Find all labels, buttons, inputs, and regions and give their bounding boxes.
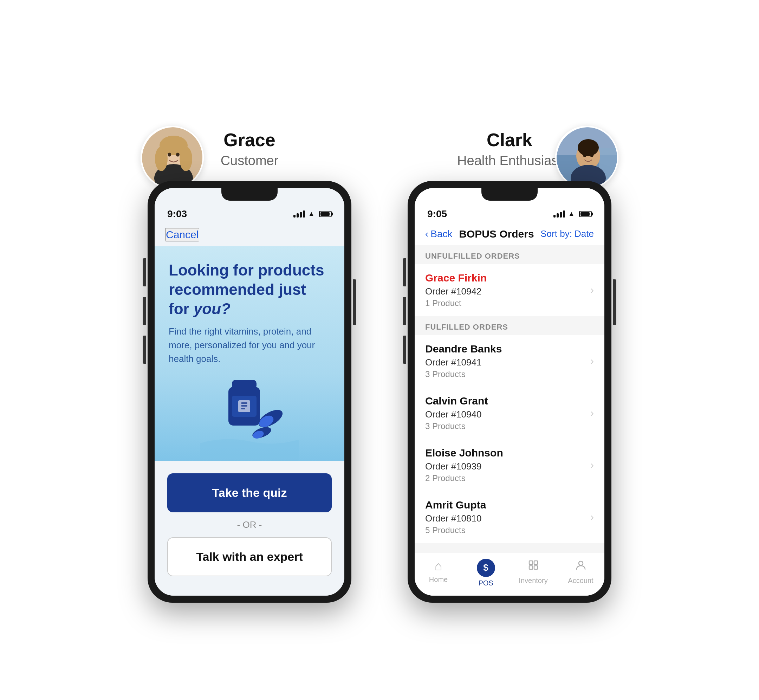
tab-home-label: Home (429, 576, 448, 584)
clark-header: Clark Health Enthusiast (408, 126, 611, 168)
tab-bar: ⌂ Home $ POS (415, 553, 604, 595)
svg-point-23 (578, 139, 599, 156)
order-number: Order #10941 (425, 357, 502, 368)
back-button[interactable]: ‹ Back (425, 228, 453, 240)
order-number: Order #10940 (425, 409, 488, 420)
clark-nav-bar: ‹ Back BOPUS Orders Sort by: Date (415, 223, 604, 245)
clark-signal-icon (553, 211, 565, 217)
grace-phone-inner: 9:03 ▲ (155, 188, 344, 595)
order-customer-name: Eloise Johnson (425, 447, 503, 459)
svg-rect-29 (529, 566, 533, 569)
svg-point-26 (590, 153, 593, 157)
order-customer-name: Grace Firkin (425, 272, 487, 284)
order-info: Amrit Gupta Order #10810 5 Products (425, 499, 486, 535)
order-item[interactable]: Amrit Gupta Order #10810 5 Products › (415, 491, 604, 543)
order-item[interactable]: Deandre Banks Order #10941 3 Products › (415, 335, 604, 387)
order-number: Order #10939 (425, 461, 503, 472)
order-info: Calvin Grant Order #10940 3 Products (425, 395, 488, 431)
order-products: 2 Products (425, 473, 503, 483)
order-customer-name: Deandre Banks (425, 343, 502, 355)
order-customer-name: Amrit Gupta (425, 499, 486, 511)
svg-rect-12 (241, 402, 247, 404)
order-number: Order #10942 (425, 286, 487, 297)
tab-inventory-label: Inventory (518, 577, 547, 585)
clark-name: Clark (487, 129, 533, 150)
svg-rect-27 (529, 561, 533, 564)
svg-point-4 (155, 147, 168, 171)
grace-time: 9:03 (167, 208, 187, 220)
phone-notch-clark (481, 188, 538, 201)
order-item[interactable]: Calvin Grant Order #10940 3 Products › (415, 387, 604, 439)
order-products: 3 Products (425, 421, 488, 431)
order-products: 5 Products (425, 525, 486, 535)
chevron-right-icon: › (590, 511, 594, 523)
account-icon (575, 559, 587, 575)
or-divider: - OR - (237, 519, 262, 530)
battery-icon (319, 211, 332, 217)
take-quiz-button[interactable]: Take the quiz (167, 473, 332, 512)
grace-role: Customer (221, 153, 279, 168)
grace-phone: 9:03 ▲ (148, 181, 351, 603)
unfulfilled-section-header: Unfulfilled Orders (415, 245, 604, 264)
svg-point-5 (180, 147, 192, 171)
grace-name-area: Grace Customer (221, 129, 279, 168)
phone-notch-grace (221, 188, 278, 201)
order-customer-name: Calvin Grant (425, 395, 488, 407)
inventory-icon (527, 559, 540, 575)
grace-cancel-bar: Cancel (155, 223, 344, 246)
order-number: Order #10810 (425, 513, 486, 524)
back-label: Back (431, 228, 452, 240)
sort-button[interactable]: Sort by: Date (540, 228, 594, 239)
wifi-icon: ▲ (308, 210, 315, 218)
orders-list: Unfulfilled Orders Grace Firkin Order #1… (415, 245, 604, 553)
cancel-button[interactable]: Cancel (165, 228, 199, 241)
clark-time: 9:05 (427, 208, 447, 220)
svg-point-7 (176, 153, 180, 156)
home-icon: ⌂ (435, 559, 442, 573)
order-info: Eloise Johnson Order #10939 2 Products (425, 447, 503, 483)
grace-name: Grace (223, 129, 275, 150)
svg-rect-9 (232, 380, 256, 389)
tab-account[interactable]: Account (557, 559, 604, 587)
svg-point-6 (168, 153, 171, 156)
scene: Grace Customer 9:03 (148, 98, 611, 603)
grace-actions: Take the quiz - OR - Talk with an expert (155, 461, 344, 587)
grace-phone-content: Cancel Looking for products recommended … (155, 223, 344, 595)
svg-point-25 (583, 153, 586, 157)
supplement-illustration (200, 377, 299, 461)
clark-name-area: Clark Health Enthusiast (457, 129, 562, 168)
clark-status-icons: ▲ (553, 210, 592, 218)
grace-header: Grace Customer (148, 126, 351, 168)
order-item[interactable]: Grace Firkin Order #10942 1 Product › (415, 264, 604, 316)
tab-inventory[interactable]: Inventory (509, 559, 557, 587)
grace-avatar (141, 126, 204, 189)
hero-illustration (169, 377, 330, 461)
order-products: 1 Product (425, 298, 487, 308)
svg-rect-14 (241, 408, 245, 409)
clark-wifi-icon: ▲ (568, 210, 575, 218)
clark-battery-icon (579, 211, 592, 217)
clark-phone-content: ‹ Back BOPUS Orders Sort by: Date Unfulf… (415, 223, 604, 595)
order-item[interactable]: Eloise Johnson Order #10939 2 Products › (415, 439, 604, 491)
clark-phone: 9:05 ▲ (408, 181, 611, 603)
chevron-right-icon: › (590, 459, 594, 471)
signal-icon (294, 211, 305, 217)
svg-point-31 (579, 561, 583, 566)
svg-rect-30 (534, 566, 538, 569)
order-info: Deandre Banks Order #10941 3 Products (425, 343, 502, 379)
tab-pos[interactable]: $ POS (462, 559, 509, 587)
tab-account-label: Account (568, 577, 593, 585)
svg-rect-28 (534, 561, 538, 564)
pos-icon: $ (477, 559, 495, 577)
grace-hero-subtitle: Find the right vitamins, protein, and mo… (169, 325, 330, 366)
nav-title: BOPUS Orders (459, 228, 534, 240)
talk-expert-button[interactable]: Talk with an expert (167, 537, 332, 576)
clark-phone-inner: 9:05 ▲ (415, 188, 604, 595)
grace-hero-section: Looking for products recommended just fo… (155, 246, 344, 461)
chevron-right-icon: › (590, 407, 594, 419)
grace-status-icons: ▲ (294, 210, 332, 218)
order-products: 3 Products (425, 369, 502, 379)
tab-home[interactable]: ⌂ Home (415, 559, 462, 587)
fulfilled-section-header: Fulfilled Orders (415, 316, 604, 335)
svg-rect-13 (241, 405, 247, 406)
